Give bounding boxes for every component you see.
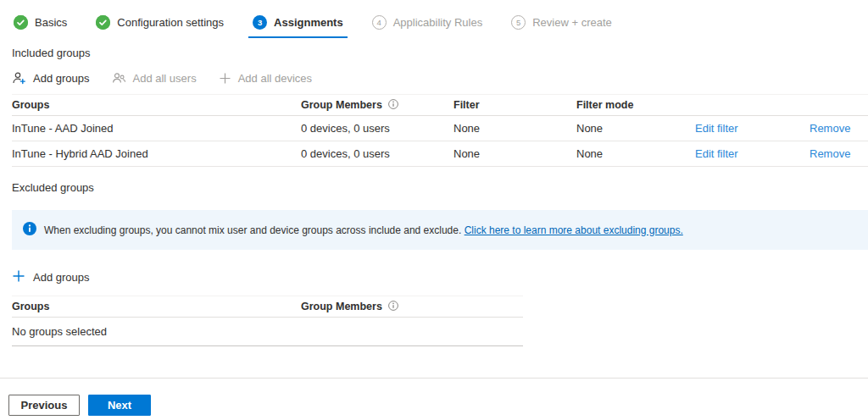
filter-mode-value: None: [576, 147, 695, 160]
step-number-badge: 5: [511, 15, 526, 30]
footer-buttons: Previous Next: [8, 395, 151, 416]
column-header-groups: Groups: [12, 301, 301, 312]
included-groups-table: Groups Group Members Filter Filter mode …: [12, 94, 868, 167]
active-tab-underline: [248, 36, 348, 38]
step-assignments[interactable]: 3 Assignments: [251, 14, 345, 33]
group-members: 0 devices, 0 users: [301, 122, 453, 135]
check-circle-icon: [14, 15, 28, 30]
learn-more-link[interactable]: Click here to learn more about excluding…: [465, 224, 683, 236]
add-all-devices-label: Add all devices: [238, 72, 312, 85]
step-configuration-settings[interactable]: Configuration settings: [94, 14, 225, 33]
excluded-add-groups-button[interactable]: Add groups: [12, 269, 90, 285]
add-all-devices-button[interactable]: Add all devices: [219, 72, 312, 85]
step-label: Configuration settings: [117, 16, 224, 29]
group-name: InTune - AAD Joined: [12, 122, 301, 135]
person-add-icon: [12, 71, 26, 86]
empty-state-row: No groups selected: [12, 318, 523, 346]
step-review-create[interactable]: 5 Review + create: [509, 14, 614, 33]
filter-value: None: [453, 147, 576, 160]
filter-value: None: [453, 122, 576, 135]
step-label: Basics: [35, 16, 67, 29]
previous-button[interactable]: Previous: [8, 395, 80, 416]
column-header-filter-mode: Filter mode: [576, 99, 695, 111]
step-label: Review + create: [532, 16, 612, 29]
filter-mode-value: None: [576, 122, 695, 135]
wizard-steps: Basics Configuration settings 3 Assignme…: [12, 14, 614, 33]
column-header-group-members: Group Members: [301, 99, 453, 112]
footer-divider: [0, 378, 868, 379]
step-label: Assignments: [274, 16, 343, 29]
add-all-users-label: Add all users: [133, 72, 197, 85]
step-applicability-rules[interactable]: 4 Applicability Rules: [370, 14, 485, 33]
banner-message: When excluding groups, you cannot mix us…: [44, 224, 683, 236]
table-header-row: Groups Group Members: [12, 296, 523, 318]
plus-icon: [219, 72, 231, 85]
info-icon[interactable]: [388, 99, 398, 112]
column-header-groups: Groups: [12, 99, 301, 111]
add-groups-label: Add groups: [33, 72, 90, 85]
table-row: InTune - Hybrid AAD Joined 0 devices, 0 …: [12, 141, 868, 167]
empty-state-text: No groups selected: [12, 325, 301, 338]
excluded-groups-table: Groups Group Members No groups selected: [12, 296, 523, 346]
remove-link[interactable]: Remove: [810, 122, 850, 135]
info-filled-icon: [23, 222, 36, 238]
edit-filter-link[interactable]: Edit filter: [695, 147, 738, 160]
plus-icon: [12, 269, 25, 285]
step-label: Applicability Rules: [393, 16, 483, 29]
check-circle-icon: [96, 15, 110, 30]
group-members: 0 devices, 0 users: [301, 147, 453, 160]
next-button[interactable]: Next: [88, 395, 151, 416]
step-number-badge: 4: [372, 15, 387, 30]
table-header-row: Groups Group Members Filter Filter mode: [12, 94, 868, 116]
step-number-badge: 3: [253, 15, 267, 30]
edit-filter-link[interactable]: Edit filter: [695, 122, 738, 135]
excluded-add-groups-label: Add groups: [33, 271, 90, 284]
column-header-group-members: Group Members: [301, 301, 523, 313]
people-icon: [112, 71, 126, 86]
table-row: InTune - AAD Joined 0 devices, 0 users N…: [12, 116, 868, 141]
info-icon[interactable]: [388, 301, 398, 313]
column-header-filter: Filter: [453, 99, 576, 111]
add-groups-button[interactable]: Add groups: [12, 71, 90, 86]
included-groups-toolbar: Add groups Add all users Add all devices: [12, 71, 312, 86]
group-name: InTune - Hybrid AAD Joined: [12, 147, 301, 160]
excluded-groups-title: Excluded groups: [12, 181, 94, 194]
remove-link[interactable]: Remove: [810, 147, 850, 160]
add-all-users-button[interactable]: Add all users: [112, 71, 197, 86]
info-banner: When excluding groups, you cannot mix us…: [12, 210, 868, 250]
included-groups-title: Included groups: [12, 47, 91, 59]
step-basics[interactable]: Basics: [12, 14, 69, 33]
